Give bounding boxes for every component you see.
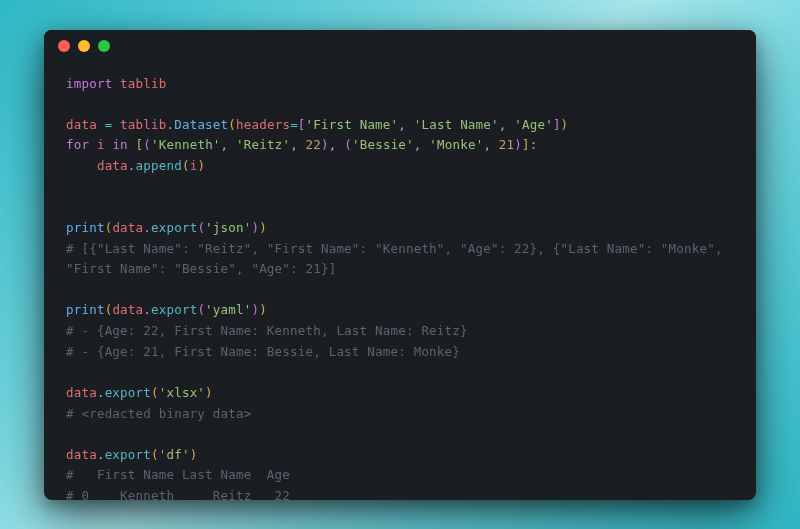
var-data: data bbox=[66, 447, 97, 462]
dot: . bbox=[143, 302, 151, 317]
paren-open: ( bbox=[151, 385, 159, 400]
paren-close: ) bbox=[190, 447, 198, 462]
window-controls bbox=[58, 40, 110, 52]
dot: . bbox=[128, 158, 136, 173]
terminal-window: import tablib data = tablib.Dataset(head… bbox=[44, 30, 756, 500]
code-block: import tablib data = tablib.Dataset(head… bbox=[44, 62, 756, 500]
close-icon[interactable] bbox=[58, 40, 70, 52]
bracket-close: ] bbox=[553, 117, 561, 132]
colon: : bbox=[530, 137, 538, 152]
var-data: data bbox=[66, 117, 97, 132]
paren-open: ( bbox=[197, 220, 205, 235]
op-eq: = bbox=[105, 117, 113, 132]
var-data: data bbox=[66, 385, 97, 400]
method-export: export bbox=[105, 385, 151, 400]
comma: , bbox=[414, 137, 422, 152]
paren-open: ( bbox=[228, 117, 236, 132]
str-first: 'First Name' bbox=[306, 117, 399, 132]
method-append: append bbox=[136, 158, 182, 173]
comma: , bbox=[499, 117, 507, 132]
tuple-open: ( bbox=[344, 137, 352, 152]
keyword-in: in bbox=[112, 137, 127, 152]
comma: , bbox=[398, 117, 406, 132]
comment-df-1: # First Name Last Name Age bbox=[66, 467, 290, 482]
comma: , bbox=[483, 137, 491, 152]
paren-close: ) bbox=[259, 302, 267, 317]
func-print: print bbox=[66, 302, 105, 317]
bracket-open: [ bbox=[298, 117, 306, 132]
tuple-close: ) bbox=[321, 137, 329, 152]
keyword-for: for bbox=[66, 137, 89, 152]
paren-open: ( bbox=[151, 447, 159, 462]
paren-close: ) bbox=[197, 158, 205, 173]
var-data: data bbox=[112, 220, 143, 235]
paren-close: ) bbox=[205, 385, 213, 400]
str-age: 'Age' bbox=[514, 117, 553, 132]
comment-yaml-2: # - {Age: 21, First Name: Bessie, Last N… bbox=[66, 344, 460, 359]
paren-close: ) bbox=[259, 220, 267, 235]
comma: , bbox=[329, 137, 337, 152]
str-reitz: 'Reitz' bbox=[236, 137, 290, 152]
keyword-import: import bbox=[66, 76, 112, 91]
str-xlsx: 'xlsx' bbox=[159, 385, 205, 400]
str-bessie: 'Bessie' bbox=[352, 137, 414, 152]
tuple-open: ( bbox=[143, 137, 151, 152]
func-print: print bbox=[66, 220, 105, 235]
str-json: 'json' bbox=[205, 220, 251, 235]
dot: . bbox=[97, 385, 105, 400]
comment-json-2: "First Name": "Bessie", "Age": 21}] bbox=[66, 261, 336, 276]
comment-json-1: # [{"Last Name": "Reitz", "First Name": … bbox=[66, 241, 723, 256]
tuple-close: ) bbox=[514, 137, 522, 152]
var-data: data bbox=[97, 158, 128, 173]
comment-xlsx: # <redacted binary data> bbox=[66, 406, 251, 421]
dot: . bbox=[143, 220, 151, 235]
str-monke: 'Monke' bbox=[429, 137, 483, 152]
kwarg-headers: headers bbox=[236, 117, 290, 132]
comment-yaml-1: # - {Age: 22, First Name: Kenneth, Last … bbox=[66, 323, 468, 338]
op-eq: = bbox=[290, 117, 298, 132]
comma: , bbox=[221, 137, 229, 152]
title-bar bbox=[44, 30, 756, 62]
method-export: export bbox=[151, 220, 197, 235]
str-yaml: 'yaml' bbox=[205, 302, 251, 317]
bracket-close: ] bbox=[522, 137, 530, 152]
paren-close: ) bbox=[561, 117, 569, 132]
comma: , bbox=[290, 137, 298, 152]
indent bbox=[66, 158, 97, 173]
var-data: data bbox=[112, 302, 143, 317]
str-kenneth: 'Kenneth' bbox=[151, 137, 221, 152]
str-df: 'df' bbox=[159, 447, 190, 462]
module-name: tablib bbox=[120, 76, 166, 91]
class-dataset: Dataset bbox=[174, 117, 228, 132]
method-export: export bbox=[105, 447, 151, 462]
method-export: export bbox=[151, 302, 197, 317]
dot: . bbox=[97, 447, 105, 462]
num-22: 22 bbox=[306, 137, 321, 152]
comment-df-2: # 0 Kenneth Reitz 22 bbox=[66, 488, 290, 500]
num-21: 21 bbox=[499, 137, 514, 152]
module-ref: tablib bbox=[120, 117, 166, 132]
str-last: 'Last Name' bbox=[414, 117, 499, 132]
paren-open: ( bbox=[182, 158, 190, 173]
minimize-icon[interactable] bbox=[78, 40, 90, 52]
var-i: i bbox=[97, 137, 105, 152]
paren-open: ( bbox=[197, 302, 205, 317]
maximize-icon[interactable] bbox=[98, 40, 110, 52]
